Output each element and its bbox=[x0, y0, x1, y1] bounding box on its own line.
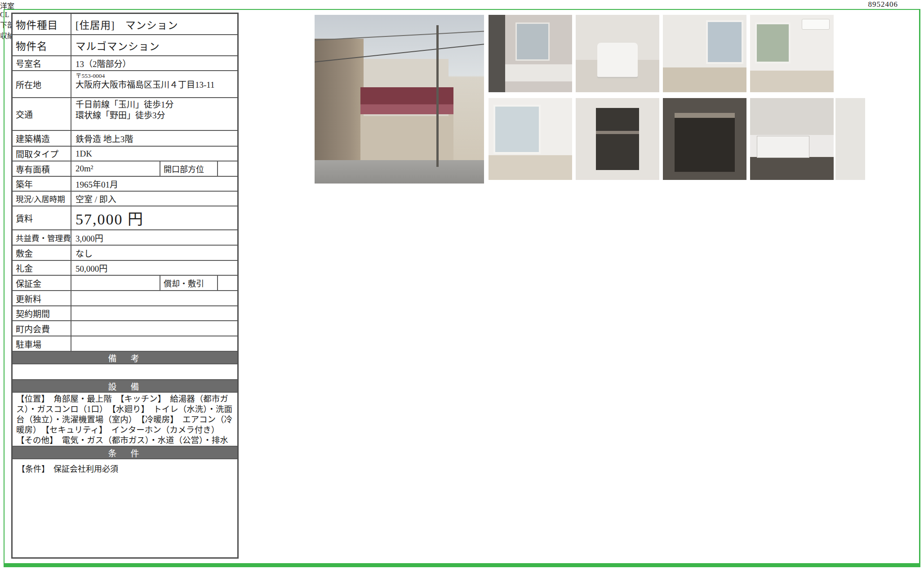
conditions-content: 【条件】 保証会社利用必須 bbox=[13, 459, 237, 557]
row-value: 1DK bbox=[71, 147, 237, 161]
row-value: なし bbox=[71, 246, 237, 260]
row-sub-label: 開口部方位 bbox=[160, 161, 218, 176]
row-sub-label: 償却・敷引 bbox=[160, 276, 218, 290]
row-label: 敷金 bbox=[13, 246, 71, 260]
postal-code: 〒553-0004 bbox=[76, 72, 233, 80]
row-value bbox=[71, 276, 160, 290]
photo-basin bbox=[597, 43, 637, 77]
table-row: 礼金 50,000円 bbox=[13, 261, 237, 276]
plan-wall bbox=[0, 46, 5, 243]
photo-thumbnail-room-window bbox=[489, 98, 572, 180]
row-value bbox=[71, 321, 237, 336]
table-row: 物件種目 [住居用] マンション bbox=[13, 14, 237, 35]
row-value: 13（2階部分） bbox=[71, 56, 237, 70]
row-label: 保証金 bbox=[13, 276, 71, 290]
row-value: 50,000円 bbox=[71, 261, 237, 275]
table-row: 間取タイプ 1DK bbox=[13, 147, 237, 161]
row-label: 物件名 bbox=[13, 35, 71, 55]
table-row: 町内会費 bbox=[13, 321, 237, 336]
photo-thumbnail-closet-open bbox=[576, 98, 659, 180]
photo-thumbnail-bathroom bbox=[489, 15, 572, 92]
row-label: 専有面積 bbox=[13, 161, 71, 176]
photo-thumbnail-room-corner bbox=[663, 15, 746, 92]
row-value: 3,000円 bbox=[71, 230, 237, 245]
photo-thumbnail-shelving bbox=[835, 98, 865, 180]
photo-thumbnail-closet-dark bbox=[663, 98, 746, 180]
plan-western-room: 洋室 bbox=[0, 0, 924, 11]
photo-closet-shelf bbox=[675, 113, 735, 118]
table-row: 号室名 13（2階部分） bbox=[13, 56, 237, 71]
row-label: 築年 bbox=[13, 177, 71, 191]
table-row: 駐車場 bbox=[13, 336, 237, 352]
photo-thumbnail-room-window-ac bbox=[750, 15, 834, 92]
photo-closet-opening bbox=[675, 118, 735, 172]
photo-counter bbox=[505, 64, 572, 81]
address: 大阪府大阪市福島区玉川４丁目13-11 bbox=[76, 80, 233, 90]
row-value: 千日前線「玉川」徒歩1分 環状線「野田」徒歩3分 bbox=[71, 98, 237, 130]
photo-kitchen-counter bbox=[757, 136, 809, 158]
table-row: 共益費・管理費 3,000円 bbox=[13, 230, 237, 246]
property-detail-table: 物件種目 [住居用] マンション 物件名 マルゴマンション 号室名 13（2階部… bbox=[11, 13, 239, 559]
row-label: 契約期間 bbox=[13, 306, 71, 320]
row-label: 物件種目 bbox=[13, 14, 71, 34]
reference-number: 8952406 bbox=[868, 0, 898, 9]
row-sub-value bbox=[218, 276, 237, 290]
rent-amount: 57,000 円 bbox=[71, 206, 237, 229]
table-row: 契約期間 bbox=[13, 306, 237, 321]
equipment-header: 設 備 bbox=[13, 380, 237, 393]
photo-air-conditioner bbox=[802, 19, 830, 30]
photo-utility-pole bbox=[436, 25, 439, 167]
row-value: マルゴマンション bbox=[71, 35, 237, 55]
photo-mirror bbox=[515, 22, 550, 61]
main-exterior-photo bbox=[315, 15, 484, 184]
row-label: 交通 bbox=[13, 98, 71, 130]
photo-thumbnail-washbasin bbox=[576, 15, 659, 92]
table-row: 賃料 57,000 円 bbox=[13, 206, 237, 230]
row-label: 駐車場 bbox=[13, 336, 71, 351]
row-label: 間取タイプ bbox=[13, 147, 71, 161]
transit-line-1: 千日前線「玉川」徒歩1分 bbox=[76, 99, 233, 110]
photo-closet-opening bbox=[596, 108, 640, 170]
plan-wall bbox=[0, 535, 4, 569]
table-row: 専有面積 20m² 開口部方位 bbox=[13, 161, 237, 177]
table-row: 交通 千日前線「玉川」徒歩1分 環状線「野田」徒歩3分 bbox=[13, 98, 237, 131]
table-row: 築年 1965年01月 bbox=[13, 177, 237, 192]
photo-window bbox=[755, 22, 791, 63]
row-label: 所在地 bbox=[13, 71, 71, 97]
table-row: 所在地 〒553-0004 大阪府大阪市福島区玉川４丁目13-11 bbox=[13, 71, 237, 98]
row-label: 建築構造 bbox=[13, 131, 71, 146]
remarks-content bbox=[13, 364, 237, 380]
photo-road bbox=[315, 160, 484, 184]
photo-window bbox=[493, 105, 541, 154]
remarks-header: 備 考 bbox=[13, 352, 237, 364]
row-value bbox=[71, 291, 237, 305]
photo-awning bbox=[360, 87, 453, 104]
table-row: 更新料 bbox=[13, 291, 237, 306]
photo-building-lower bbox=[360, 114, 453, 160]
table-row: 現況/入居時期 空室 / 即入 bbox=[13, 192, 237, 206]
photo-awning-lower bbox=[360, 104, 453, 115]
row-value bbox=[71, 336, 237, 351]
transit-line-2: 環状線「野田」徒歩3分 bbox=[76, 110, 233, 121]
row-label: 現況/入居時期 bbox=[13, 192, 71, 206]
photo-window bbox=[706, 20, 743, 64]
table-row: 建築構造 鉄骨造 地上3階 bbox=[13, 131, 237, 147]
photo-closet-shelf bbox=[596, 131, 640, 134]
row-sub-value bbox=[218, 161, 237, 176]
row-value: 空室 / 即入 bbox=[71, 192, 237, 206]
row-label: 賃料 bbox=[13, 206, 71, 229]
conditions-header: 条 件 bbox=[13, 447, 237, 459]
row-label: 号室名 bbox=[13, 56, 71, 70]
table-row: 保証金 償却・敷引 bbox=[13, 276, 237, 291]
table-row: 敷金 なし bbox=[13, 246, 237, 261]
row-value: 〒553-0004 大阪府大阪市福島区玉川４丁目13-11 bbox=[71, 71, 237, 97]
row-value: 1965年01月 bbox=[71, 177, 237, 191]
equipment-content: 【位置】 角部屋・最上階 【キッチン】 給湯器（都市ガス）・ガスコンロ（1口） … bbox=[13, 393, 237, 447]
plan-wall bbox=[0, 348, 5, 535]
row-value: 20m² bbox=[71, 161, 160, 176]
photo-thumbnail-kitchenette bbox=[750, 98, 834, 180]
row-label: 共益費・管理費 bbox=[13, 230, 71, 245]
plan-wall bbox=[0, 249, 5, 343]
row-label: 町内会費 bbox=[13, 321, 71, 336]
table-row: 物件名 マルゴマンション bbox=[13, 35, 237, 56]
